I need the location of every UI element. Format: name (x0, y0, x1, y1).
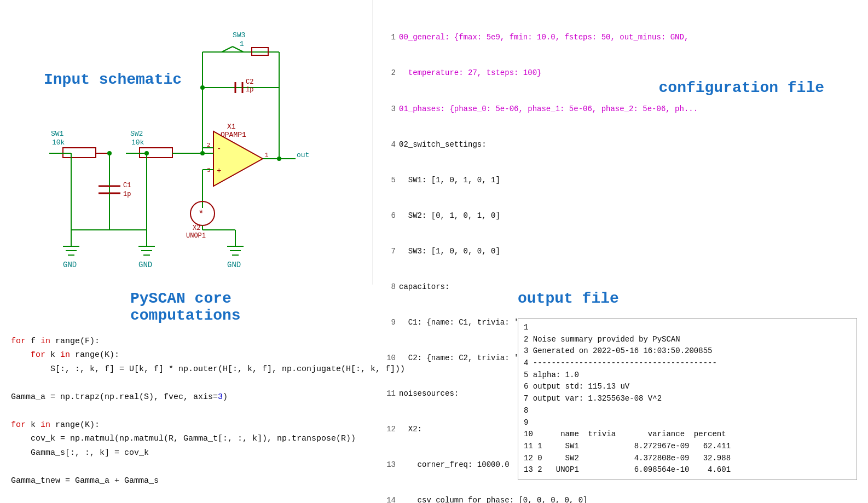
output-section: output file 1 2 Noise summary provided b… (372, 285, 868, 503)
output-title: output file (518, 290, 857, 307)
svg-text:+: + (217, 166, 221, 175)
schematic-diagram: GND GND GND SW1 10k SW2 10k (0, 0, 361, 279)
svg-text:*: * (198, 209, 204, 219)
svg-text:SW2: SW2 (130, 130, 143, 138)
compute-title: PySCAN core computations (130, 290, 316, 324)
svg-text:1p: 1p (123, 190, 131, 198)
config-line-6: 6 SW2: [0, 1, 0, 1, 0] (384, 210, 860, 222)
config-line-5: 5 SW1: [1, 0, 1, 0, 1] (384, 175, 860, 187)
svg-text:GND: GND (138, 261, 152, 269)
svg-text:out: out (297, 151, 309, 159)
svg-text:1p: 1p (246, 86, 253, 94)
config-section: configuration file 100_general: {fmax: 5… (372, 0, 868, 285)
svg-text:GND: GND (63, 261, 77, 269)
config-line-4: 402_switch_settings: (384, 139, 860, 151)
svg-text:10k: 10k (131, 138, 144, 147)
svg-text:X1: X1 (227, 123, 236, 131)
svg-text:UNOP1: UNOP1 (186, 232, 206, 240)
svg-text:1: 1 (240, 40, 244, 48)
config-line-2: 2 temperature: 27, tsteps: 100} (384, 67, 860, 79)
svg-text:SW3: SW3 (233, 31, 245, 39)
svg-text:2: 2 (207, 142, 211, 148)
svg-text:SW1: SW1 (51, 130, 64, 138)
output-box: 1 2 Noise summary provided by PySCAN 3 G… (518, 318, 857, 480)
compute-section: PySCAN core computations for f in range(… (0, 285, 372, 503)
svg-text:GND: GND (227, 261, 241, 269)
svg-text:1: 1 (265, 152, 269, 158)
svg-line-68 (222, 47, 233, 52)
config-line-3: 301_phases: {phase_0: 5e-06, phase_1: 5e… (384, 103, 860, 115)
svg-text:X2: X2 (193, 224, 200, 232)
compute-code: for f in range(F): for k in range(K): S[… (11, 320, 367, 502)
svg-point-56 (277, 157, 281, 161)
svg-text:10k: 10k (52, 138, 65, 147)
svg-text:C2: C2 (246, 78, 253, 86)
schematic-section: Input schematic GND GND GND SW1 10k (0, 0, 372, 285)
config-title: configuration file (659, 79, 824, 96)
svg-marker-39 (213, 131, 263, 186)
svg-text:-: - (217, 144, 221, 153)
config-line-7: 7 SW3: [1, 0, 0, 0, 0] (384, 246, 860, 258)
svg-text:OPAMP1: OPAMP1 (221, 131, 246, 139)
config-line-1: 100_general: {fmax: 5e9, fmin: 10.0, fst… (384, 32, 860, 44)
svg-text:C1: C1 (123, 182, 131, 189)
